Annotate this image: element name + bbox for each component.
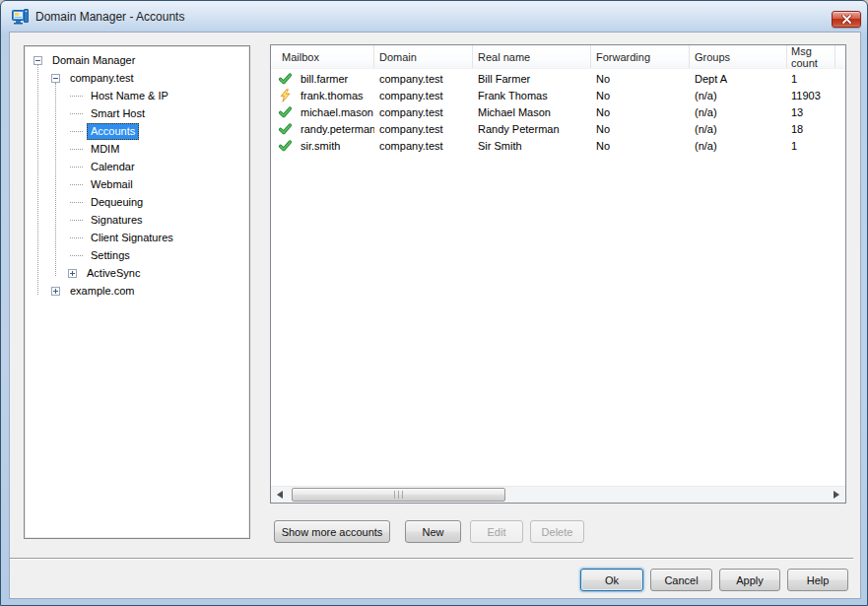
tree-item-label[interactable]: example.com xyxy=(66,283,138,300)
mailbox-value: michael.mason xyxy=(300,106,373,118)
groups-value: (n/a) xyxy=(690,140,787,152)
forwarding-value: No xyxy=(591,140,690,152)
bottom-separator xyxy=(10,558,853,560)
cancel-button[interactable]: Cancel xyxy=(650,569,712,591)
tree-item-label[interactable]: Webmail xyxy=(87,176,137,193)
new-button[interactable]: New xyxy=(405,520,461,543)
account-row[interactable]: bill.farmer company.test Bill Farmer No … xyxy=(271,70,845,87)
msg-count-value: 11903 xyxy=(787,90,845,101)
app-icon xyxy=(12,9,29,25)
accounts-list: Mailbox Domain Real name Forwarding Grou… xyxy=(270,44,846,504)
tree-item-smart-host[interactable]: Smart Host xyxy=(25,104,249,122)
tree-item-label[interactable]: Host Name & IP xyxy=(87,88,172,104)
tree-item-dequeuing[interactable]: Dequeuing xyxy=(25,193,249,211)
tree-connector-stub xyxy=(70,131,83,132)
tree-connector-stub xyxy=(70,184,83,185)
horizontal-scrollbar[interactable] xyxy=(271,486,845,503)
tree-item-label[interactable]: Settings xyxy=(87,247,134,264)
tree-item-mdim[interactable]: MDIM xyxy=(25,140,249,158)
titlebar[interactable]: Domain Manager - Accounts xyxy=(1,1,867,32)
column-header-real-name[interactable]: Real name xyxy=(473,45,591,68)
tree-connector-stub xyxy=(70,202,83,203)
column-header-mailbox[interactable]: Mailbox xyxy=(271,45,374,68)
scroll-left-icon[interactable] xyxy=(277,491,283,499)
close-icon xyxy=(841,15,852,24)
domain-value: company.test xyxy=(374,123,473,135)
tree-item-settings[interactable]: Settings xyxy=(25,246,249,264)
tree-connector-stub xyxy=(70,113,83,114)
msg-count-value: 13 xyxy=(787,106,845,118)
real-name-value: Sir Smith xyxy=(473,140,591,152)
tree-connector-stub xyxy=(70,237,83,238)
domain-value: company.test xyxy=(374,90,473,101)
column-header-forwarding[interactable]: Forwarding xyxy=(591,45,690,68)
scrollbar-thumb[interactable] xyxy=(292,488,505,502)
tree-item-activesync[interactable]: ActiveSync xyxy=(25,264,249,282)
tree-item-signatures[interactable]: Signatures xyxy=(25,211,249,229)
tree-item-label-selected[interactable]: Accounts xyxy=(87,123,139,140)
expand-icon[interactable] xyxy=(68,269,77,278)
tree-item-label[interactable]: Domain Manager xyxy=(48,52,139,69)
navigation-tree: Domain Manager company.test Host Name & … xyxy=(24,45,250,539)
tree-item-label[interactable]: Client Signatures xyxy=(87,230,177,246)
tree-connector-stub xyxy=(70,96,83,97)
ok-button[interactable]: Ok xyxy=(580,569,643,591)
tree-connector-stub xyxy=(70,149,83,150)
list-rows: bill.farmer company.test Bill Farmer No … xyxy=(271,70,845,486)
column-header-msg-count[interactable]: Msg count xyxy=(787,45,835,68)
help-button[interactable]: Help xyxy=(787,569,848,591)
expand-icon[interactable] xyxy=(51,287,60,296)
account-row[interactable]: frank.thomas company.test Frank Thomas N… xyxy=(271,87,845,103)
real-name-value: Michael Mason xyxy=(473,106,591,118)
groups-value: Dept A xyxy=(690,73,787,85)
column-header-filler xyxy=(835,45,845,68)
tree-item-calendar[interactable]: Calendar xyxy=(25,158,249,175)
collapse-icon[interactable] xyxy=(51,74,60,83)
close-button[interactable] xyxy=(832,11,861,28)
forwarding-value: No xyxy=(591,73,690,85)
tree-item-label[interactable]: Smart Host xyxy=(87,105,149,122)
lightning-icon xyxy=(278,89,293,102)
tree-item-accounts[interactable]: Accounts xyxy=(25,122,249,140)
account-row[interactable]: sir.smith company.test Sir Smith No (n/a… xyxy=(271,137,845,154)
tree-item-host-name-ip[interactable]: Host Name & IP xyxy=(25,87,249,104)
msg-count-value: 1 xyxy=(787,140,845,152)
msg-count-value: 18 xyxy=(787,123,845,135)
scroll-right-icon[interactable] xyxy=(834,491,839,499)
domain-value: company.test xyxy=(374,140,473,152)
forwarding-value: No xyxy=(591,90,690,101)
show-more-accounts-button[interactable]: Show more accounts xyxy=(274,520,390,543)
groups-value: (n/a) xyxy=(690,123,787,135)
mailbox-value: frank.thomas xyxy=(300,90,364,101)
column-header-domain[interactable]: Domain xyxy=(374,45,473,68)
tree-item-company-test[interactable]: company.test xyxy=(25,69,249,87)
tree-item-label[interactable]: MDIM xyxy=(87,141,123,158)
tree-item-domain-manager[interactable]: Domain Manager xyxy=(25,51,249,69)
tree-connector-stub xyxy=(70,220,83,221)
list-header: Mailbox Domain Real name Forwarding Grou… xyxy=(271,45,845,69)
tree-item-label[interactable]: Signatures xyxy=(87,212,147,229)
window-title: Domain Manager - Accounts xyxy=(35,10,184,24)
delete-button: Delete xyxy=(530,520,584,543)
check-icon xyxy=(278,139,293,153)
apply-button[interactable]: Apply xyxy=(719,569,780,591)
domain-value: company.test xyxy=(374,73,473,85)
account-row[interactable]: randy.peterman company.test Randy Peterm… xyxy=(271,120,845,137)
tree-connector-stub xyxy=(70,167,83,168)
mailbox-value: randy.peterman xyxy=(300,123,374,135)
forwarding-value: No xyxy=(591,123,690,135)
column-header-groups[interactable]: Groups xyxy=(690,45,787,68)
check-icon xyxy=(278,105,293,119)
tree-item-client-signatures[interactable]: Client Signatures xyxy=(25,229,249,246)
collapse-icon[interactable] xyxy=(33,56,42,65)
tree-item-example-com[interactable]: example.com xyxy=(25,282,249,300)
check-icon xyxy=(278,72,293,86)
tree-item-label[interactable]: Dequeuing xyxy=(87,194,147,211)
tree-item-label[interactable]: company.test xyxy=(66,70,138,87)
tree-item-label[interactable]: ActiveSync xyxy=(83,265,144,282)
account-row[interactable]: michael.mason company.test Michael Mason… xyxy=(271,103,845,120)
tree-item-webmail[interactable]: Webmail xyxy=(25,175,249,193)
real-name-value: Frank Thomas xyxy=(473,90,591,101)
tree-item-label[interactable]: Calendar xyxy=(87,159,139,175)
scrollbar-grip-icon xyxy=(394,491,403,499)
